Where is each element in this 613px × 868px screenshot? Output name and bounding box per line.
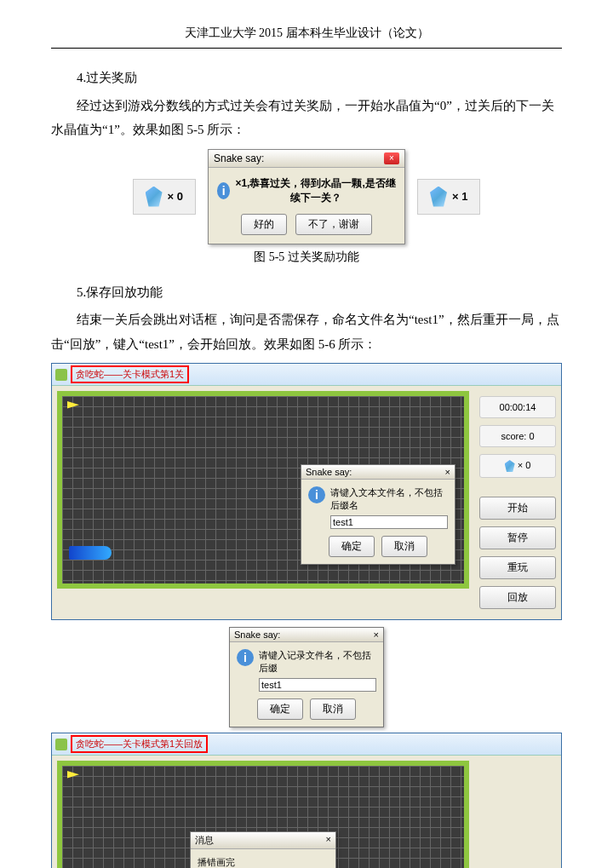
start-button[interactable]: 开始 [479,497,556,520]
crystal-right-value: × 1 [452,190,467,203]
app-window-1: 贪吃蛇——关卡模式第1关 Snake say: × [51,363,562,620]
dialog-message: ×1,恭喜过关，得到水晶一颗,是否继续下一关？ [235,176,396,205]
fish-icon [69,546,112,560]
cancel-button[interactable]: 不了，谢谢 [295,214,372,235]
close-icon[interactable]: × [374,629,379,640]
replay-button[interactable]: 重玩 [479,556,556,579]
crystal-right-box: × 1 [417,179,480,215]
game-grid: 消息 × 播错画完 确定 [62,766,464,868]
section-4-title: 4.过关奖励 [51,66,562,90]
crystal-icon [430,187,447,207]
dialog-pass-level: Snake say: × i ×1,恭喜过关，得到水晶一颗,是否继续下一关？ 好… [208,149,405,244]
score-display: score: 0 [479,425,556,447]
figure-5-5: × 0 Snake say: × i ×1,恭喜过关，得到水晶一颗,是否继续下一… [51,149,562,244]
filename-input[interactable] [259,678,376,692]
crystal-left-value: × 0 [168,190,183,203]
close-icon[interactable]: × [326,834,331,847]
ok-button[interactable]: 确定 [257,698,303,720]
flag-icon [67,771,79,783]
section-5-para: 结束一关后会跳出对话框，询问是否需保存，命名文件名为“test1”，然后重开一局… [51,308,562,356]
dialog-title: Snake say: [306,467,352,477]
dialog-title: Snake say: [234,629,280,640]
info-icon: i [308,486,325,503]
crystal-icon [146,187,163,207]
crystal-left-box: × 0 [133,179,196,215]
crystal-display: × 0 [479,454,556,478]
page-header: 天津工业大学 2015 届本科生毕业设计（论文） [51,26,562,49]
window-title-1: 贪吃蛇——关卡模式第1关 [71,365,189,383]
pause-button[interactable]: 暂停 [479,526,556,549]
app-icon [55,369,67,381]
figure-5-5-caption: 图 5-5 过关奖励功能 [51,250,562,265]
flag-icon [67,401,79,413]
filename-input[interactable] [330,515,448,529]
dialog-message: 请键入记录文件名，不包括后缀 [259,649,376,675]
playback-button[interactable]: 回放 [479,586,556,609]
cancel-button[interactable]: 取消 [310,698,356,720]
app-window-2: 贪吃蛇——关卡模式第1关回放 消息 × [51,733,562,868]
dialog-title: 消息 [195,834,214,847]
cancel-button[interactable]: 取消 [381,536,427,557]
dialog-message: 播错画完 [198,856,329,868]
close-icon[interactable]: × [445,467,450,477]
save-dialog: Snake say: × i 请键入文本文件名，不包括后缀名 [301,464,455,565]
info-icon: i [237,649,254,666]
game-grid: Snake say: × i 请键入文本文件名，不包括后缀名 [62,396,464,583]
window-title-2: 贪吃蛇——关卡模式第1关回放 [71,735,208,753]
ok-button[interactable]: 确定 [329,536,375,557]
close-icon[interactable]: × [384,152,399,164]
figure-5-6: 贪吃蛇——关卡模式第1关 Snake say: × [51,363,562,868]
app-icon [55,739,67,750]
replay-filename-dialog: Snake say: × i 请键入记录文件名，不包括后缀 确定 取消 [229,627,384,727]
crystal-icon [505,460,515,472]
section-5-title: 5.保存回放功能 [51,280,562,305]
dialog-message: 请键入文本文件名，不包括后缀名 [330,486,448,512]
dialog-title: Snake say: [214,152,264,164]
ok-button[interactable]: 好的 [241,214,287,235]
time-display: 00:00:14 [479,396,556,418]
section-4-para: 经过达到游戏分数线的方式过关会有过关奖励，一开始水晶值为“0”，过关后的下一关水… [51,94,562,142]
info-icon: i [217,182,230,199]
message-dialog: 消息 × 播错画完 确定 [190,831,336,868]
